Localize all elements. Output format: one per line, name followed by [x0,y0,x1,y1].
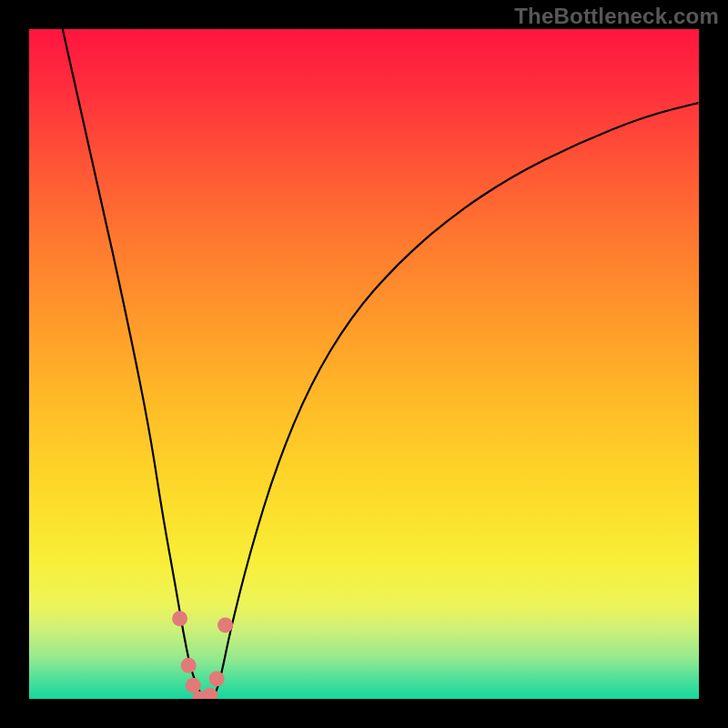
curve-marker [209,671,225,686]
curve-marker [181,658,197,673]
bottleneck-curve [63,29,699,699]
plot-area [29,29,699,699]
curve-layer [29,29,699,699]
curve-marker [186,678,201,693]
curve-markers [172,611,233,699]
chart-frame: TheBottleneck.com [0,0,728,728]
curve-marker [172,611,187,626]
curve-marker [217,618,233,633]
curve-marker [202,688,217,699]
watermark-label: TheBottleneck.com [514,4,719,29]
